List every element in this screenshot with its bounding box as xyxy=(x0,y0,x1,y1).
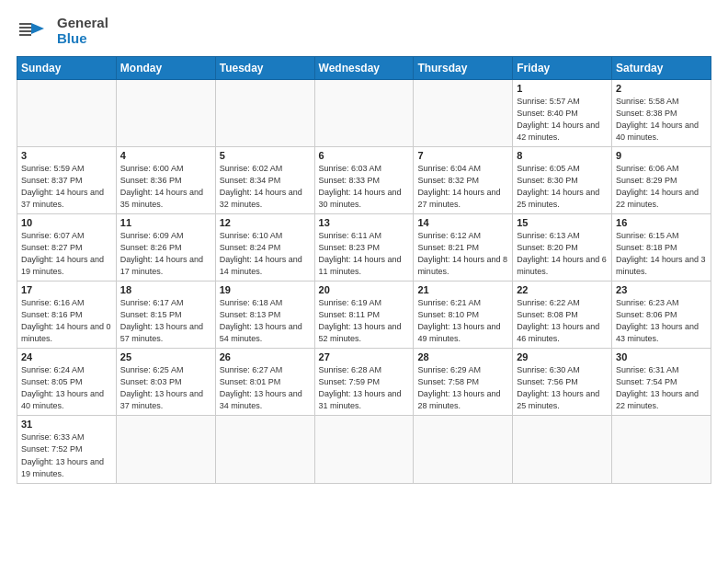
calendar-cell: 3Sunrise: 5:59 AM Sunset: 8:37 PM Daylig… xyxy=(17,146,117,213)
day-info: Sunrise: 6:04 AM Sunset: 8:32 PM Dayligh… xyxy=(417,163,508,211)
day-number: 25 xyxy=(120,351,211,362)
day-number: 24 xyxy=(21,351,112,362)
day-info: Sunrise: 6:21 AM Sunset: 8:10 PM Dayligh… xyxy=(417,297,508,345)
day-info: Sunrise: 6:29 AM Sunset: 7:58 PM Dayligh… xyxy=(417,364,508,412)
calendar-week-row: 1Sunrise: 5:57 AM Sunset: 8:40 PM Daylig… xyxy=(17,79,711,146)
calendar-cell: 8Sunrise: 6:05 AM Sunset: 8:30 PM Daylig… xyxy=(513,146,612,213)
weekday-header: Thursday xyxy=(414,56,513,79)
day-info: Sunrise: 5:57 AM Sunset: 8:40 PM Dayligh… xyxy=(517,96,608,144)
day-number: 27 xyxy=(319,351,410,362)
calendar-cell: 28Sunrise: 6:29 AM Sunset: 7:58 PM Dayli… xyxy=(414,349,513,416)
logo: GeneralBlue xyxy=(17,15,108,47)
day-info: Sunrise: 6:02 AM Sunset: 8:34 PM Dayligh… xyxy=(220,163,311,211)
day-info: Sunrise: 6:31 AM Sunset: 7:54 PM Dayligh… xyxy=(616,364,707,412)
day-info: Sunrise: 6:13 AM Sunset: 8:20 PM Dayligh… xyxy=(517,230,608,278)
day-number: 21 xyxy=(417,284,508,295)
calendar-cell xyxy=(116,79,215,146)
day-info: Sunrise: 6:17 AM Sunset: 8:15 PM Dayligh… xyxy=(120,297,211,345)
day-number: 18 xyxy=(120,284,211,295)
day-number: 28 xyxy=(417,351,508,362)
day-number: 16 xyxy=(616,217,707,228)
calendar-cell: 29Sunrise: 6:30 AM Sunset: 7:56 PM Dayli… xyxy=(513,349,612,416)
day-number: 13 xyxy=(319,217,410,228)
day-info: Sunrise: 6:33 AM Sunset: 7:52 PM Dayligh… xyxy=(21,431,112,479)
day-number: 19 xyxy=(220,284,311,295)
calendar-cell: 4Sunrise: 6:00 AM Sunset: 8:36 PM Daylig… xyxy=(116,146,215,213)
calendar-cell: 22Sunrise: 6:22 AM Sunset: 8:08 PM Dayli… xyxy=(513,282,612,349)
day-info: Sunrise: 6:18 AM Sunset: 8:13 PM Dayligh… xyxy=(220,297,311,345)
weekday-header-row: SundayMondayTuesdayWednesdayThursdayFrid… xyxy=(17,56,711,79)
calendar-cell: 23Sunrise: 6:23 AM Sunset: 8:06 PM Dayli… xyxy=(612,282,711,349)
calendar-week-row: 31Sunrise: 6:33 AM Sunset: 7:52 PM Dayli… xyxy=(17,416,711,483)
calendar-cell: 12Sunrise: 6:10 AM Sunset: 8:24 PM Dayli… xyxy=(215,213,314,281)
day-info: Sunrise: 6:28 AM Sunset: 7:59 PM Dayligh… xyxy=(319,364,410,412)
day-number: 12 xyxy=(220,217,311,228)
day-info: Sunrise: 6:10 AM Sunset: 8:24 PM Dayligh… xyxy=(220,230,311,278)
day-number: 8 xyxy=(517,150,608,161)
calendar-cell xyxy=(116,416,215,483)
calendar-week-row: 3Sunrise: 5:59 AM Sunset: 8:37 PM Daylig… xyxy=(17,146,711,213)
calendar-cell: 2Sunrise: 5:58 AM Sunset: 8:38 PM Daylig… xyxy=(612,79,711,146)
day-info: Sunrise: 6:16 AM Sunset: 8:16 PM Dayligh… xyxy=(21,297,112,345)
day-info: Sunrise: 6:23 AM Sunset: 8:06 PM Dayligh… xyxy=(616,297,707,345)
weekday-header: Tuesday xyxy=(215,56,314,79)
logo-wrapper: GeneralBlue xyxy=(17,15,108,47)
calendar-cell: 15Sunrise: 6:13 AM Sunset: 8:20 PM Dayli… xyxy=(513,213,612,281)
day-info: Sunrise: 6:25 AM Sunset: 8:03 PM Dayligh… xyxy=(120,364,211,412)
day-number: 10 xyxy=(21,217,112,228)
calendar-cell: 1Sunrise: 5:57 AM Sunset: 8:40 PM Daylig… xyxy=(513,79,612,146)
calendar-week-row: 24Sunrise: 6:24 AM Sunset: 8:05 PM Dayli… xyxy=(17,349,711,416)
calendar-cell: 7Sunrise: 6:04 AM Sunset: 8:32 PM Daylig… xyxy=(414,146,513,213)
day-number: 29 xyxy=(517,351,608,362)
calendar-cell: 13Sunrise: 6:11 AM Sunset: 8:23 PM Dayli… xyxy=(314,213,414,281)
day-info: Sunrise: 6:15 AM Sunset: 8:18 PM Dayligh… xyxy=(616,230,707,278)
day-number: 20 xyxy=(319,284,410,295)
day-number: 23 xyxy=(616,284,707,295)
calendar-cell xyxy=(17,79,117,146)
calendar-week-row: 10Sunrise: 6:07 AM Sunset: 8:27 PM Dayli… xyxy=(17,213,711,281)
calendar-cell xyxy=(414,79,513,146)
day-info: Sunrise: 6:24 AM Sunset: 8:05 PM Dayligh… xyxy=(21,364,112,412)
calendar-cell xyxy=(414,416,513,483)
day-info: Sunrise: 5:59 AM Sunset: 8:37 PM Dayligh… xyxy=(21,163,112,211)
logo-general: General xyxy=(57,15,108,30)
day-info: Sunrise: 6:09 AM Sunset: 8:26 PM Dayligh… xyxy=(120,230,211,278)
day-info: Sunrise: 6:12 AM Sunset: 8:21 PM Dayligh… xyxy=(417,230,508,278)
day-number: 4 xyxy=(120,150,211,161)
calendar-cell: 30Sunrise: 6:31 AM Sunset: 7:54 PM Dayli… xyxy=(612,349,711,416)
weekday-header: Friday xyxy=(513,56,612,79)
calendar-cell: 25Sunrise: 6:25 AM Sunset: 8:03 PM Dayli… xyxy=(116,349,215,416)
day-number: 1 xyxy=(517,83,608,94)
day-number: 2 xyxy=(616,83,707,94)
day-number: 30 xyxy=(616,351,707,362)
weekday-header: Wednesday xyxy=(314,56,414,79)
calendar-cell: 11Sunrise: 6:09 AM Sunset: 8:26 PM Dayli… xyxy=(116,213,215,281)
calendar-cell: 18Sunrise: 6:17 AM Sunset: 8:15 PM Dayli… xyxy=(116,282,215,349)
calendar-cell: 14Sunrise: 6:12 AM Sunset: 8:21 PM Dayli… xyxy=(414,213,513,281)
day-number: 7 xyxy=(417,150,508,161)
calendar-cell: 24Sunrise: 6:24 AM Sunset: 8:05 PM Dayli… xyxy=(17,349,117,416)
day-number: 14 xyxy=(417,217,508,228)
day-info: Sunrise: 6:22 AM Sunset: 8:08 PM Dayligh… xyxy=(517,297,608,345)
logo-svg xyxy=(17,16,51,45)
calendar-cell: 20Sunrise: 6:19 AM Sunset: 8:11 PM Dayli… xyxy=(314,282,414,349)
calendar-cell: 31Sunrise: 6:33 AM Sunset: 7:52 PM Dayli… xyxy=(17,416,117,483)
calendar-cell: 21Sunrise: 6:21 AM Sunset: 8:10 PM Dayli… xyxy=(414,282,513,349)
day-number: 22 xyxy=(517,284,608,295)
svg-rect-3 xyxy=(19,30,31,32)
svg-marker-0 xyxy=(31,23,44,34)
calendar-cell: 6Sunrise: 6:03 AM Sunset: 8:33 PM Daylig… xyxy=(314,146,414,213)
day-number: 26 xyxy=(220,351,311,362)
day-info: Sunrise: 6:30 AM Sunset: 7:56 PM Dayligh… xyxy=(517,364,608,412)
svg-rect-1 xyxy=(19,23,31,25)
calendar-cell: 10Sunrise: 6:07 AM Sunset: 8:27 PM Dayli… xyxy=(17,213,117,281)
calendar-cell xyxy=(215,79,314,146)
day-info: Sunrise: 6:11 AM Sunset: 8:23 PM Dayligh… xyxy=(319,230,410,278)
calendar-cell xyxy=(314,416,414,483)
calendar-cell xyxy=(513,416,612,483)
day-number: 6 xyxy=(319,150,410,161)
day-info: Sunrise: 6:07 AM Sunset: 8:27 PM Dayligh… xyxy=(21,230,112,278)
calendar-cell: 9Sunrise: 6:06 AM Sunset: 8:29 PM Daylig… xyxy=(612,146,711,213)
day-info: Sunrise: 6:19 AM Sunset: 8:11 PM Dayligh… xyxy=(319,297,410,345)
calendar-cell: 5Sunrise: 6:02 AM Sunset: 8:34 PM Daylig… xyxy=(215,146,314,213)
